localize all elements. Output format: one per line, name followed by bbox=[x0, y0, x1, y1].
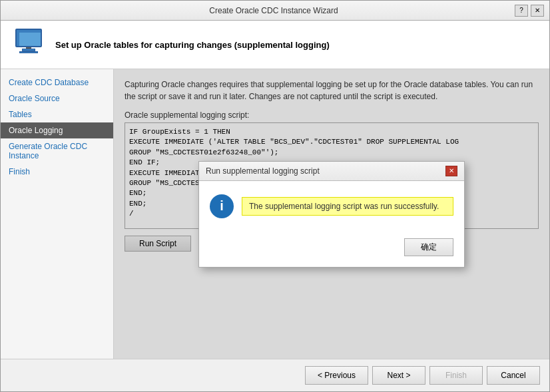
header-area: Set up Oracle tables for capturing chang… bbox=[1, 21, 549, 69]
main-window: Create Oracle CDC Instance Wizard ? ✕ Se… bbox=[0, 0, 550, 392]
sidebar-item-oracle-source[interactable]: Oracle Source bbox=[1, 91, 113, 106]
finish-button[interactable]: Finish bbox=[429, 366, 483, 385]
sidebar-item-tables[interactable]: Tables bbox=[1, 106, 113, 122]
wizard-icon bbox=[11, 27, 46, 62]
sidebar-item-finish[interactable]: Finish bbox=[1, 164, 113, 180]
sidebar-item-create-cdc-database[interactable]: Create CDC Database bbox=[1, 75, 113, 91]
run-script-dialog: Run supplemental logging script ✕ i The … bbox=[198, 161, 465, 268]
dialog-body: i The supplemental logging script was ru… bbox=[199, 181, 464, 232]
info-icon: i bbox=[210, 194, 234, 218]
title-bar-controls: ? ✕ bbox=[515, 5, 544, 17]
close-button[interactable]: ✕ bbox=[531, 5, 544, 17]
dialog-footer: 确定 bbox=[199, 232, 464, 267]
window-title: Create Oracle CDC Instance Wizard bbox=[33, 6, 515, 15]
sidebar-item-oracle-logging[interactable]: Oracle Logging bbox=[1, 122, 113, 138]
previous-button[interactable]: < Previous bbox=[305, 366, 368, 385]
dialog-close-button[interactable]: ✕ bbox=[445, 166, 457, 176]
next-button[interactable]: Next > bbox=[372, 366, 425, 385]
dialog-title-bar: Run supplemental logging script ✕ bbox=[199, 162, 464, 181]
success-message: The supplemental logging script was run … bbox=[242, 197, 453, 216]
title-bar: Create Oracle CDC Instance Wizard ? ✕ bbox=[1, 1, 549, 21]
cancel-button[interactable]: Cancel bbox=[487, 366, 540, 385]
header-title: Set up Oracle tables for capturing chang… bbox=[55, 40, 330, 50]
content-area: Create CDC Database Oracle Source Tables… bbox=[1, 69, 549, 359]
help-button[interactable]: ? bbox=[515, 5, 528, 17]
ok-button[interactable]: 确定 bbox=[404, 238, 453, 256]
bottom-bar: < Previous Next > Finish Cancel bbox=[1, 359, 549, 391]
dialog-title: Run supplemental logging script bbox=[206, 166, 320, 176]
main-content: Capturing Oracle changes requires that s… bbox=[114, 69, 549, 359]
sidebar: Create CDC Database Oracle Source Tables… bbox=[1, 69, 114, 359]
sidebar-item-generate-oracle-cdc[interactable]: Generate Oracle CDC Instance bbox=[1, 138, 113, 164]
dialog-overlay: Run supplemental logging script ✕ i The … bbox=[114, 69, 549, 359]
